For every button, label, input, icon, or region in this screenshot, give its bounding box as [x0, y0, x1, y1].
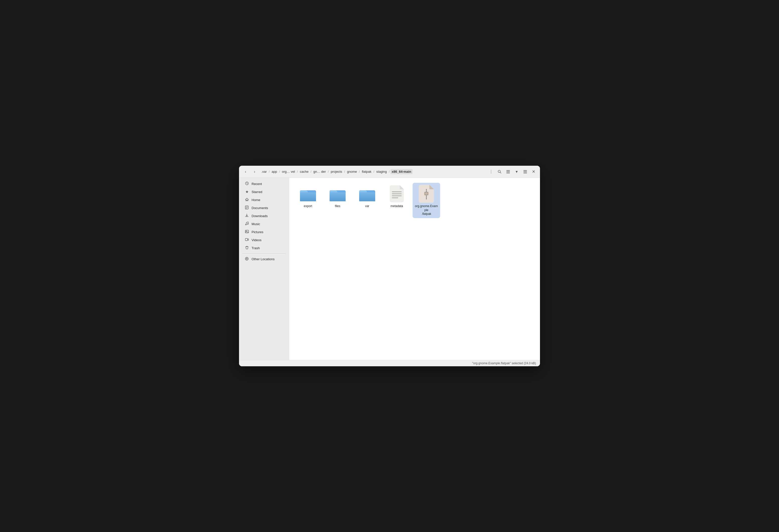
- breadcrumb-item-flatpak[interactable]: flatpak: [361, 169, 373, 174]
- sidebar-label-pictures: Pictures: [251, 230, 263, 234]
- sidebar-item-videos[interactable]: Videos: [241, 236, 287, 244]
- folder-icon-export: [299, 185, 317, 203]
- svg-rect-33: [425, 193, 428, 195]
- downloads-icon: [245, 214, 249, 218]
- home-icon: [245, 198, 249, 202]
- file-manager-window: ‹ › .var/app/org… vel/cache/gn… der/proj…: [239, 166, 540, 366]
- breadcrumb-separator: /: [279, 170, 280, 174]
- sidebar-label-videos: Videos: [251, 238, 261, 242]
- breadcrumb-separator: /: [268, 170, 270, 174]
- document-icon-metadata: [388, 185, 406, 203]
- svg-rect-7: [524, 173, 527, 173]
- breadcrumb-item-org--vel[interactable]: org… vel: [281, 169, 296, 174]
- sidebar: Recent ★ Starred Home Documents: [239, 178, 289, 360]
- breadcrumb: .var/app/org… vel/cache/gn… der/projects…: [260, 169, 485, 174]
- breadcrumb-item-cache[interactable]: cache: [298, 169, 310, 174]
- sidebar-label-downloads: Downloads: [251, 214, 267, 218]
- titlebar: ‹ › .var/app/org… vel/cache/gn… der/proj…: [239, 166, 540, 178]
- file-area: export files: [289, 178, 540, 360]
- breadcrumb-separator: /: [359, 170, 360, 174]
- breadcrumb-item-gnome[interactable]: gnome: [346, 169, 358, 174]
- sidebar-item-home[interactable]: Home: [241, 196, 287, 204]
- sidebar-item-recent[interactable]: Recent: [241, 180, 287, 188]
- main-area: Recent ★ Starred Home Documents: [239, 178, 540, 360]
- breadcrumb-item-projects[interactable]: projects: [329, 169, 344, 174]
- sidebar-item-documents[interactable]: Documents: [241, 204, 287, 212]
- pictures-icon: [245, 229, 249, 234]
- folder-icon-var: [358, 185, 376, 203]
- documents-icon: [245, 206, 249, 210]
- status-text: "org.gnome.Example.flatpak" selected (24…: [472, 361, 536, 365]
- svg-point-13: [246, 224, 247, 225]
- file-grid: export files: [294, 183, 535, 218]
- sidebar-item-starred[interactable]: ★ Starred: [241, 188, 287, 196]
- file-label-files: files: [335, 204, 340, 208]
- breadcrumb-separator: /: [344, 170, 345, 174]
- recent-icon: [245, 182, 249, 186]
- sidebar-label-home: Home: [251, 198, 260, 202]
- breadcrumb-separator: /: [297, 170, 298, 174]
- svg-rect-22: [300, 192, 316, 201]
- forward-button[interactable]: ›: [251, 168, 258, 175]
- breadcrumb-separator: /: [310, 170, 311, 174]
- file-label-metadata: metadata: [391, 204, 403, 208]
- svg-rect-3: [506, 172, 510, 172]
- svg-rect-24: [329, 192, 346, 201]
- menu-button[interactable]: ⋮: [487, 168, 495, 176]
- music-icon: [245, 222, 249, 226]
- sidebar-label-recent: Recent: [251, 182, 262, 186]
- file-item-flatpak[interactable]: org.gnome.Example.flatpak: [413, 183, 440, 218]
- sidebar-item-trash[interactable]: Trash: [241, 244, 287, 252]
- search-button[interactable]: [496, 168, 503, 176]
- file-item-var[interactable]: var: [353, 183, 381, 218]
- file-label-var: var: [365, 204, 369, 208]
- breadcrumb-item-staging[interactable]: staging: [375, 169, 388, 174]
- breadcrumb-item-gn--der[interactable]: gn… der: [312, 169, 327, 174]
- statusbar: "org.gnome.Example.flatpak" selected (24…: [239, 360, 540, 366]
- svg-rect-6: [524, 172, 527, 172]
- starred-icon: ★: [245, 190, 249, 194]
- view-list-button[interactable]: [504, 168, 512, 176]
- breadcrumb-item--var[interactable]: .var: [260, 169, 268, 174]
- svg-point-14: [247, 224, 248, 225]
- breadcrumb-item-app[interactable]: app: [271, 169, 279, 174]
- titlebar-actions: ⋮ ▾: [487, 168, 537, 176]
- sidebar-item-downloads[interactable]: Downloads: [241, 212, 287, 220]
- sidebar-item-music[interactable]: Music: [241, 220, 287, 228]
- sidebar-label-trash: Trash: [251, 246, 260, 250]
- trash-icon: [245, 246, 249, 250]
- sidebar-item-other-locations[interactable]: Other Locations: [241, 255, 287, 263]
- file-label-flatpak: org.gnome.Example.flatpak: [415, 204, 438, 216]
- sidebar-label-music: Music: [251, 222, 260, 226]
- breadcrumb-separator: /: [388, 170, 390, 174]
- file-item-export[interactable]: export: [294, 183, 322, 218]
- folder-icon-files: [328, 185, 347, 203]
- back-button[interactable]: ‹: [242, 168, 249, 175]
- file-label-export: export: [304, 204, 312, 208]
- sidebar-label-starred: Starred: [251, 190, 262, 194]
- sort-button[interactable]: ▾: [513, 168, 521, 176]
- close-button[interactable]: ✕: [530, 168, 537, 175]
- svg-rect-4: [506, 173, 510, 173]
- breadcrumb-separator: /: [327, 170, 329, 174]
- breadcrumb-separator: /: [373, 170, 374, 174]
- svg-rect-2: [506, 170, 510, 171]
- svg-rect-17: [245, 239, 248, 241]
- sidebar-item-pictures[interactable]: Pictures: [241, 228, 287, 236]
- svg-rect-15: [245, 230, 248, 233]
- sidebar-label-documents: Documents: [251, 206, 268, 210]
- file-item-metadata[interactable]: metadata: [383, 183, 411, 218]
- svg-line-1: [500, 172, 501, 173]
- other-locations-icon: [245, 257, 249, 261]
- svg-rect-5: [524, 170, 527, 171]
- videos-icon: [245, 238, 249, 242]
- svg-rect-26: [359, 192, 375, 201]
- sidebar-label-other-locations: Other Locations: [251, 257, 275, 261]
- file-item-files[interactable]: files: [324, 183, 351, 218]
- flatpak-icon: [417, 185, 435, 203]
- breadcrumb-item-x86-64-main[interactable]: x86_64-main: [391, 169, 413, 174]
- view-options-button[interactable]: [522, 168, 529, 176]
